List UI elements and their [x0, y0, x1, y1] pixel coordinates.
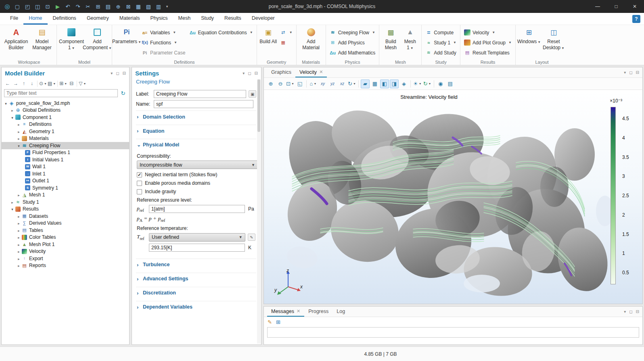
- parameters-button[interactable]: Pi Parameters▼: [114, 27, 139, 46]
- mesh-1-button[interactable]: ▲ Mesh 1▼: [401, 27, 419, 52]
- edit-expression-icon[interactable]: ✎: [248, 234, 255, 241]
- tab-geometry[interactable]: Geometry: [82, 13, 114, 25]
- chevron-down-icon[interactable]: ▾: [624, 70, 626, 75]
- view-yz-plane-button[interactable]: yz: [328, 79, 337, 88]
- expander-icon[interactable]: [16, 192, 21, 198]
- model-tree-filter-icon[interactable]: ▽▼: [79, 80, 86, 88]
- skybox-icon[interactable]: ◨: [390, 79, 399, 88]
- collapse-panel-icon[interactable]: ⊟: [255, 71, 258, 75]
- chevron-down-icon[interactable]: ▾: [243, 71, 245, 75]
- component-1-button[interactable]: Component 1▼: [59, 27, 84, 52]
- expander-icon[interactable]: [16, 248, 21, 254]
- neglect-inertial-checkbox-row[interactable]: Neglect inertial term (Stokes flow): [137, 172, 255, 177]
- node-label-options-icon[interactable]: ▤▼: [48, 80, 56, 88]
- tree-item-materials[interactable]: Materials: [2, 135, 129, 142]
- tree-item-outlet-1[interactable]: ↦Outlet 1: [2, 177, 129, 185]
- reset-desktop-button[interactable]: ◫ Reset Desktop▼: [541, 27, 566, 52]
- add-plot-group-button[interactable]: Add Plot Group ▼: [462, 38, 513, 47]
- expander-icon[interactable]: [16, 143, 21, 148]
- result-templates-button[interactable]: ▤ Result Templates: [462, 48, 513, 57]
- expander-icon[interactable]: [16, 227, 21, 233]
- insert-sequence-button[interactable]: ⇄ ▼: [278, 28, 294, 37]
- table-icon[interactable]: ▦: [370, 79, 379, 88]
- tree-item-color-tables[interactable]: Color Tables: [2, 234, 129, 241]
- zoom-extents-icon[interactable]: ◱: [295, 79, 304, 88]
- section-discretization[interactable]: Discretization: [136, 287, 256, 298]
- float-panel-icon[interactable]: ◻: [629, 70, 632, 75]
- chevron-down-icon[interactable]: ▾: [624, 309, 626, 314]
- insert-table-icon[interactable]: ▦: [134, 2, 143, 11]
- add-mathematics-button[interactable]: Δu Add Mathematics: [328, 48, 377, 57]
- add-physics-button[interactable]: ⊞ Add Physics: [328, 38, 377, 47]
- label-input[interactable]: [154, 90, 246, 98]
- maximize-button[interactable]: □: [607, 0, 625, 13]
- neglect-inertial-checkbox[interactable]: [137, 172, 142, 177]
- add-study-button[interactable]: ≋ Add Study: [424, 48, 458, 57]
- functions-button[interactable]: f(x) Functions ▼: [140, 38, 187, 47]
- expander-icon[interactable]: [16, 234, 21, 240]
- delete-icon[interactable]: ⊠: [123, 2, 133, 11]
- tree-item-mesh-plot-1[interactable]: ▲Mesh Plot 1: [2, 241, 129, 248]
- add-component-button[interactable]: Add Component▼: [85, 27, 110, 52]
- rename-icon[interactable]: ▣: [249, 90, 256, 98]
- zoom-box-icon[interactable]: ⊡▼: [286, 79, 295, 88]
- tree-item-initial-values-1[interactable]: IInitial Values 1: [2, 156, 129, 163]
- scene-light-icon[interactable]: ☀▼: [413, 79, 422, 88]
- cut-icon[interactable]: ✂: [83, 2, 93, 11]
- collapse-panel-icon[interactable]: ⊟: [636, 309, 639, 314]
- expander-icon[interactable]: [16, 213, 21, 219]
- customize-toolbar-chevron-icon[interactable]: ▾: [164, 2, 170, 11]
- parameter-case-button[interactable]: Pi Parameter Case: [140, 48, 187, 57]
- build-all-button[interactable]: ▣ Build All: [259, 27, 278, 46]
- tree-item-geometry-1[interactable]: ◭Geometry 1: [2, 128, 129, 135]
- float-panel-icon[interactable]: ◻: [629, 309, 632, 314]
- lock-view-icon[interactable]: ◈: [399, 79, 408, 88]
- update-plot-icon[interactable]: ↻▼: [423, 79, 432, 88]
- tree-item-datasets[interactable]: ▦Datasets: [2, 213, 129, 220]
- settings-scrollbar[interactable]: [257, 79, 261, 344]
- variables-button[interactable]: a= Variables ▼: [140, 28, 187, 37]
- zoom-in-icon[interactable]: ⊕: [266, 79, 275, 88]
- compressibility-select[interactable]: Incompressible flow ▼: [137, 161, 258, 169]
- tree-item-creeping-flow[interactable]: ≋Creeping Flow: [2, 142, 129, 149]
- tab-graphics[interactable]: Graphics: [267, 67, 295, 77]
- porous-media-checkbox-row[interactable]: Enable porous media domains: [137, 180, 255, 186]
- tab-log[interactable]: Log: [332, 307, 349, 317]
- section-dependent-variables[interactable]: Dependent Variables: [136, 301, 256, 313]
- go-back-icon[interactable]: ←: [4, 80, 11, 88]
- open-file-icon[interactable]: ◰: [23, 2, 32, 11]
- print-icon[interactable]: ▤: [446, 79, 455, 88]
- tree-item-wall-1[interactable]: WWall 1: [2, 163, 129, 171]
- snapshot-icon[interactable]: ◉: [436, 79, 445, 88]
- tree-item-mesh-1[interactable]: ◮Mesh 1: [2, 192, 129, 199]
- tree-item-global-definitions[interactable]: ⊕Global Definitions: [2, 107, 129, 114]
- graphics-canvas[interactable]: Streamline: Velocity field ×10⁻³ 4.5 4 3…: [264, 90, 642, 304]
- tree-item-study-1[interactable]: ≈Study 1: [2, 198, 129, 206]
- view-xy-plane-button[interactable]: xy: [318, 79, 327, 88]
- minimize-button[interactable]: —: [588, 0, 607, 13]
- equation-contributions-button[interactable]: Δu Equation Contributions ▼: [188, 28, 254, 37]
- expander-icon[interactable]: [16, 220, 21, 226]
- tab-results[interactable]: Results: [219, 13, 247, 25]
- collapse-panel-icon[interactable]: ⊟: [123, 71, 126, 75]
- help-button[interactable]: ?: [632, 15, 640, 23]
- tab-file[interactable]: File: [5, 13, 23, 25]
- expander-icon[interactable]: [16, 129, 21, 134]
- chevron-down-icon[interactable]: ▾: [111, 71, 113, 75]
- redo-icon[interactable]: ↷: [73, 2, 83, 11]
- view-xz-plane-button[interactable]: xz: [338, 79, 347, 88]
- tab-materials[interactable]: Materials: [114, 13, 145, 25]
- scrollbar-thumb[interactable]: [257, 79, 260, 132]
- expander-icon[interactable]: [10, 206, 15, 212]
- tree-item-definitions[interactable]: ≡Definitions: [2, 121, 129, 128]
- study-1-dropdown[interactable]: ≈ Study 1 ▼: [424, 38, 458, 47]
- tab-study[interactable]: Study: [196, 13, 219, 25]
- section-advanced-settings[interactable]: Advanced Settings: [136, 273, 256, 284]
- tree-item-velocity[interactable]: Velocity: [2, 248, 129, 255]
- tab-mesh[interactable]: Mesh: [173, 13, 196, 25]
- compute-button[interactable]: = Compute: [424, 28, 458, 37]
- close-tab-icon[interactable]: ✕: [319, 69, 323, 75]
- tab-physics[interactable]: Physics: [145, 13, 173, 25]
- tab-messages[interactable]: Messages ✕: [267, 307, 304, 317]
- tree-item-fluid-properties-1[interactable]: FFluid Properties 1: [2, 149, 129, 157]
